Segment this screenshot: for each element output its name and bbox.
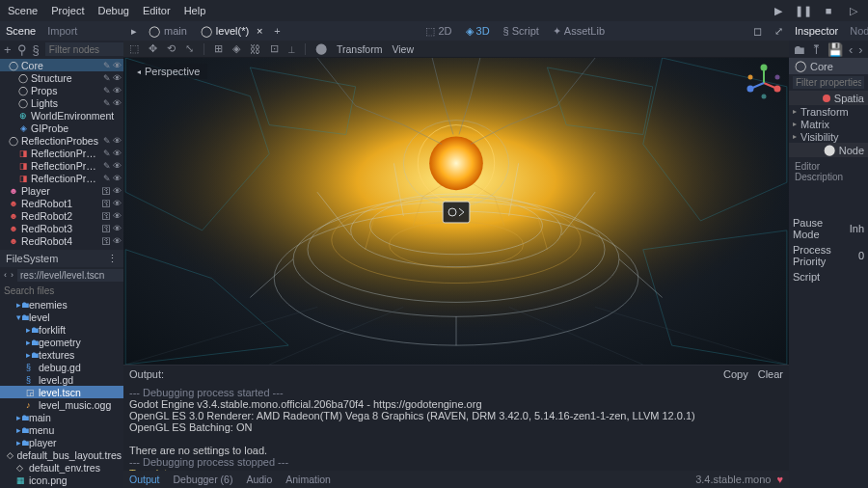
play-icon[interactable]: ▶ [772, 4, 785, 17]
attach-script-icon[interactable]: § [33, 42, 40, 57]
tab-inspector[interactable]: Inspector [795, 25, 838, 37]
scene-tree-row[interactable]: ◈ GIProbe [0, 122, 123, 134]
menu-debug[interactable]: Debug [97, 5, 128, 16]
filesystem-row[interactable]: ♪ level_music.ogg [0, 398, 123, 411]
output-log[interactable]: --- Debugging process started ---Godot E… [123, 383, 789, 471]
row-action-icon[interactable]: 👁 [113, 186, 122, 196]
view-menu[interactable]: View [392, 43, 414, 55]
output-clear-button[interactable]: Clear [758, 368, 783, 380]
scene-tree-row[interactable]: ◨ ReflectionProbe2 ✎👁 [0, 159, 123, 172]
row-action-icon[interactable]: 👁 [113, 149, 122, 158]
row-action-icon[interactable]: ✎ [103, 149, 111, 158]
filesystem-row[interactable]: ▸🖿 textures [0, 348, 123, 361]
snap-tool-icon[interactable]: ⊞ [214, 42, 223, 55]
scene-tab-level[interactable]: ◯level(*)× [195, 23, 269, 40]
distraction-free-icon[interactable]: ◻ [750, 24, 764, 38]
inspector-group-visibility[interactable]: ▸Visibility [789, 130, 868, 143]
tab-node[interactable]: Node [850, 25, 868, 37]
btab-debugger[interactable]: Debugger (6) [174, 474, 233, 485]
pause-icon[interactable]: ❚❚ [797, 4, 810, 17]
filesystem-row[interactable]: ▦ icon.png [0, 474, 123, 486]
heart-icon[interactable]: ♥ [776, 474, 783, 485]
add-node-icon[interactable]: + [4, 42, 12, 57]
scene-tree-row[interactable]: ☻ RedRobot2 ⚿👁 [0, 209, 123, 222]
tab-import[interactable]: Import [47, 25, 77, 37]
filesystem-search-input[interactable] [4, 285, 126, 297]
scene-tree-row[interactable]: ⊕ WorldEnvironment [0, 109, 123, 122]
btab-animation[interactable]: Animation [285, 474, 331, 485]
scene-tree-row[interactable]: ◨ ReflectionProbe1 ✎👁 [0, 147, 123, 159]
row-action-icon[interactable]: ✎ [103, 98, 111, 108]
scale-tool-icon[interactable]: ⤡ [185, 42, 194, 55]
menu-scene[interactable]: Scene [8, 5, 38, 16]
mode-3d[interactable]: ◈3D [460, 23, 496, 40]
inspector-filter-input[interactable] [793, 76, 864, 89]
menu-project[interactable]: Project [51, 5, 84, 16]
preview-sun-icon[interactable]: ⬤ [315, 42, 327, 55]
row-action-icon[interactable]: ⚿ [102, 211, 111, 221]
inspector-group-matrix[interactable]: ▸Matrix [789, 118, 868, 130]
close-tab-icon[interactable]: × [257, 25, 262, 37]
scene-tree-row[interactable]: ◯ Lights ✎👁 [0, 96, 123, 109]
select-tool-icon[interactable]: ⬚ [129, 42, 139, 55]
prop-process-priority[interactable]: Process Priority0 [789, 242, 868, 269]
perspective-label[interactable]: ◂ Perspective [129, 64, 207, 79]
filesystem-row[interactable]: ▸🖿 forklift [0, 323, 123, 336]
lock-icon[interactable]: ⛓ [250, 43, 260, 55]
link-icon[interactable]: ⚲ [17, 42, 27, 57]
filesystem-tree[interactable]: ▸🖿 enemies ▾🖿 level ▸🖿 forklift ▸🖿 geome… [0, 298, 123, 488]
resource-load-icon[interactable]: ⤒ [811, 42, 822, 57]
filesystem-row[interactable]: ◲ level.tscn [0, 386, 123, 398]
filesystem-row[interactable]: ◇ default_bus_layout.tres [0, 448, 123, 461]
expand-scenes-icon[interactable]: ▸ [127, 24, 141, 38]
local-space-icon[interactable]: ◈ [232, 42, 240, 55]
mode-script[interactable]: §Script [498, 23, 545, 39]
scene-tree-row[interactable]: ◯ ReflectionProbes ✎👁 [0, 134, 123, 147]
btab-output[interactable]: Output [129, 474, 160, 485]
tab-scene[interactable]: Scene [6, 25, 36, 37]
move-tool-icon[interactable]: ✥ [149, 42, 157, 55]
nav-fwd-icon[interactable]: › [11, 268, 14, 282]
output-copy-button[interactable]: Copy [723, 368, 748, 380]
history-fwd-icon[interactable]: › [858, 42, 862, 57]
row-action-icon[interactable]: 👁 [113, 224, 122, 233]
scene-tree-row[interactable]: ◯ Props ✎👁 [0, 84, 123, 96]
rotate-tool-icon[interactable]: ⟲ [167, 42, 176, 55]
mode-2d[interactable]: ⬚2D [420, 23, 457, 40]
row-action-icon[interactable]: ⚿ [102, 236, 111, 246]
row-action-icon[interactable]: 👁 [113, 211, 122, 221]
resource-new-icon[interactable]: 🖿 [793, 42, 805, 57]
scene-tab-main[interactable]: ◯main [143, 23, 193, 40]
resource-save-icon[interactable]: 💾 [827, 42, 843, 57]
scene-tree-row[interactable]: ☻ RedRobot4 ⚿👁 [0, 234, 123, 247]
filesystem-row[interactable]: § level.gd [0, 373, 123, 386]
row-action-icon[interactable]: ⚿ [102, 199, 111, 208]
row-action-icon[interactable]: ✎ [103, 61, 111, 70]
scene-tree[interactable]: ◯ Core ✎👁 ◯ Structure ✎👁 ◯ Props ✎👁 ◯ Li… [0, 58, 123, 250]
stop-icon[interactable]: ■ [822, 4, 835, 17]
row-action-icon[interactable]: ⚿ [102, 224, 111, 233]
filesystem-row[interactable]: ▸🖿 menu [0, 423, 123, 436]
row-action-icon[interactable]: ✎ [103, 161, 111, 171]
row-action-icon[interactable]: 👁 [113, 73, 122, 83]
inspector-group-transform[interactable]: ▸Transform [789, 105, 868, 118]
scene-tree-row[interactable]: ☻ RedRobot3 ⚿👁 [0, 222, 123, 234]
row-action-icon[interactable]: 👁 [113, 199, 122, 208]
scene-tree-row[interactable]: ◨ ReflectionProbe3 ✎👁 [0, 172, 123, 184]
add-scene-icon[interactable]: + [271, 24, 285, 38]
filesystem-row[interactable]: ◇ default_env.tres [0, 461, 123, 474]
ruler-icon[interactable]: ⟂ [288, 43, 295, 55]
filesystem-menu-icon[interactable]: ⋮ [107, 253, 118, 265]
play-scene-icon[interactable]: ▷ [847, 4, 860, 17]
row-action-icon[interactable]: ✎ [103, 136, 111, 146]
editor-description[interactable]: Editor Description [789, 157, 868, 186]
transform-menu[interactable]: Transform [337, 43, 382, 55]
scene-tree-row[interactable]: ☻ Player ⚿👁 [0, 184, 123, 197]
row-action-icon[interactable]: 👁 [113, 161, 122, 171]
inspector-class-spatial[interactable]: Spatia [789, 91, 868, 105]
group-icon[interactable]: ⊡ [270, 42, 279, 55]
3d-viewport[interactable]: ◂ Perspective [123, 58, 789, 365]
filesystem-row[interactable]: ▸🖿 geometry [0, 336, 123, 348]
mode-assetlib[interactable]: ✦AssetLib [547, 23, 610, 40]
filesystem-row[interactable]: ▸🖿 player [0, 436, 123, 448]
